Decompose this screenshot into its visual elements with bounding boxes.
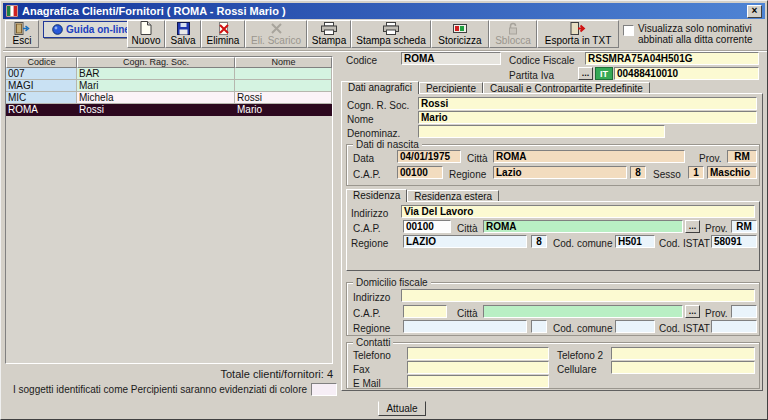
dom-cap-field[interactable]	[403, 305, 447, 318]
fax-field[interactable]	[407, 361, 549, 374]
dom-cod-comune-field[interactable]	[615, 320, 655, 333]
partita-iva-field[interactable]: 00488410010	[614, 67, 759, 80]
regione-nascita-label: Regione	[449, 169, 486, 180]
telefono2-label: Telefono 2	[557, 350, 603, 361]
percipienti-note-text: I soggetti identificati come Percipienti…	[13, 384, 307, 395]
dom-regione-field[interactable]	[403, 320, 527, 333]
column-header-nome[interactable]: Nome	[235, 57, 332, 68]
show-only-linked-checkbox[interactable]	[623, 25, 634, 36]
cap-nascita-field[interactable]: 00100	[397, 166, 443, 179]
citta-browse-button[interactable]: ...	[685, 220, 700, 233]
partita-iva-browse-button[interactable]: ...	[578, 67, 593, 80]
dom-citta-field[interactable]	[483, 305, 683, 318]
salva-button[interactable]: Salva	[165, 20, 201, 48]
prov-nascita-field[interactable]: RM	[727, 150, 757, 163]
cell-codice: MAGI	[6, 80, 77, 92]
printer-icon	[321, 22, 337, 35]
email-label: E Mail	[353, 378, 381, 389]
tab-residenza[interactable]: Residenza	[346, 189, 407, 202]
nuovo-label: Nuovo	[132, 35, 161, 46]
table-row[interactable]: MAGI Mari	[6, 80, 332, 92]
column-header-codice[interactable]: Codice	[6, 57, 77, 68]
storicizza-button[interactable]: Storicizza	[431, 20, 489, 48]
table-header-row: Codice Cogn. Rag. Soc. Nome	[6, 57, 332, 68]
table-row-selected[interactable]: ROMA Rossi Mario	[6, 104, 332, 116]
prov-label: Prov.	[705, 223, 728, 234]
esporta-txt-label: Esporta in TXT	[545, 35, 612, 46]
dom-regione-code-field[interactable]	[531, 320, 547, 333]
dom-indirizzo-label: Indirizzo	[353, 292, 390, 303]
dom-citta-browse-button[interactable]: ...	[685, 305, 700, 318]
sesso-desc-field[interactable]: Maschio	[707, 166, 757, 179]
column-header-cognome[interactable]: Cogn. Rag. Soc.	[77, 57, 235, 68]
codice-field[interactable]: ROMA	[401, 52, 501, 65]
telefono2-field[interactable]	[611, 347, 755, 360]
cod-istat-field[interactable]: 58091	[711, 235, 757, 248]
denominaz-label: Denominaz.	[347, 128, 400, 139]
dom-prov-label: Prov.	[705, 308, 728, 319]
citta-nascita-label: Città	[467, 153, 488, 164]
stampa-label: Stampa	[312, 35, 346, 46]
data-nascita-field[interactable]: 04/01/1975	[397, 150, 461, 163]
close-icon: ×	[752, 6, 758, 16]
exit-door-icon	[14, 22, 31, 35]
citta-nascita-field[interactable]: ROMA	[493, 150, 685, 163]
codice-fiscale-field[interactable]: RSSMRA75A04H501G	[585, 52, 759, 65]
cell-codice: ROMA	[6, 104, 77, 116]
close-button[interactable]: ×	[747, 5, 762, 18]
cellulare-label: Cellulare	[557, 364, 596, 375]
guida-online-button[interactable]: Guida on-line	[43, 21, 139, 38]
cogn-label: Cogn. R. Soc.	[347, 100, 409, 111]
nome-label: Nome	[347, 114, 374, 125]
dom-cap-label: C.A.P.	[353, 308, 381, 319]
esci-button[interactable]: Esci	[5, 20, 39, 48]
stampa-button[interactable]: Stampa	[307, 20, 351, 48]
dom-cod-istat-field[interactable]	[711, 320, 757, 333]
regione-code-field[interactable]: 8	[531, 235, 547, 248]
sesso-code-field[interactable]: 1	[688, 166, 704, 179]
eli-scarico-button[interactable]: Eli. Scarico	[245, 20, 307, 48]
storicizza-label: Storicizza	[438, 35, 481, 46]
sblocca-button[interactable]: Sblocca	[489, 20, 537, 48]
stampa-scheda-button[interactable]: Stampa scheda	[351, 20, 431, 48]
esporta-txt-button[interactable]: Esporta in TXT	[537, 20, 619, 48]
titlebar: Anagrafica Clienti/Fornitori ( ROMA - Ro…	[3, 3, 765, 19]
regione-label: Regione	[351, 238, 388, 249]
citta-label: Città	[457, 223, 478, 234]
esci-label: Esci	[13, 35, 32, 46]
help-icon	[52, 24, 63, 35]
table-row[interactable]: MIC Michela Rossi	[6, 92, 332, 104]
denominaz-field[interactable]	[418, 125, 665, 138]
historicize-card-icon	[453, 22, 468, 35]
dom-indirizzo-field[interactable]	[401, 289, 755, 302]
telefono-field[interactable]	[407, 347, 549, 360]
nome-field[interactable]: Mario	[418, 111, 757, 124]
percipienti-color-box	[311, 383, 337, 396]
filter-checkbox-row: Visualizza solo nominativi abbinati alla…	[623, 23, 767, 45]
indirizzo-field[interactable]: Via Del Lavoro	[401, 205, 755, 218]
cell-cognome: BAR	[77, 68, 235, 80]
codice-label: Codice	[346, 55, 377, 66]
cod-comune-field[interactable]: H501	[615, 235, 655, 248]
regione-field[interactable]: LAZIO	[403, 235, 527, 248]
cell-codice: 007	[6, 68, 77, 80]
nuovo-button[interactable]: Nuovo	[127, 20, 165, 48]
attuale-tab[interactable]: Attuale	[378, 401, 426, 416]
prov-field[interactable]: RM	[731, 220, 757, 233]
cellulare-field[interactable]	[611, 361, 755, 374]
cap-field[interactable]: 00100	[403, 220, 451, 233]
table-row[interactable]: 007 BAR	[6, 68, 332, 80]
cogn-field[interactable]: Rossi	[418, 97, 757, 110]
unlock-icon	[507, 22, 519, 35]
cell-nome	[235, 80, 332, 92]
cell-nome	[235, 68, 332, 80]
residenza-panel: Indirizzo Via Del Lavoro C.A.P. 00100 Ci…	[346, 201, 760, 271]
regione-nascita-code-field[interactable]: 8	[630, 166, 646, 179]
citta-field[interactable]: ROMA	[483, 220, 683, 233]
elimina-button[interactable]: Elimina	[201, 20, 245, 48]
regione-nascita-field[interactable]: Lazio	[493, 166, 627, 179]
email-field[interactable]	[407, 375, 549, 388]
cod-comune-label: Cod. comune	[553, 238, 612, 249]
dom-prov-field[interactable]	[731, 305, 757, 318]
tab-dati-anagrafici[interactable]: Dati anagrafici	[341, 81, 419, 94]
